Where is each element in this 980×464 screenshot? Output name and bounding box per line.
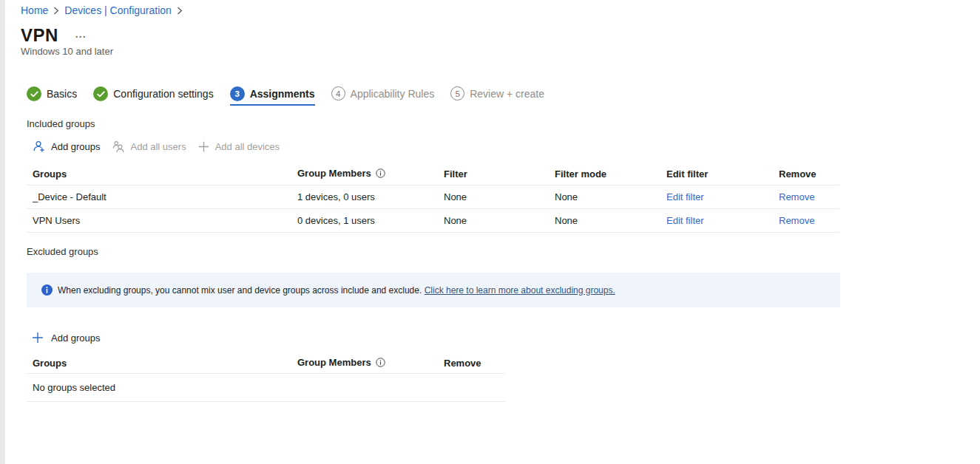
column-header-edit-filter: Edit filter [660, 168, 773, 180]
column-header-filter: Filter [438, 168, 549, 180]
info-filled-icon [41, 284, 53, 296]
table-header-row: Groups Group Members Remove [27, 353, 505, 374]
step-review-create[interactable]: 5 Review + create [450, 86, 544, 106]
step-number-badge: 3 [230, 86, 245, 101]
chevron-right-icon [177, 7, 183, 15]
cell-group-name: _Device - Default [27, 191, 291, 202]
excluded-groups-table: Groups Group Members Remove No groups se… [27, 353, 505, 402]
empty-state-text: No groups selected [27, 382, 291, 393]
step-label: Configuration settings [113, 86, 213, 101]
info-circle-icon[interactable] [376, 169, 385, 180]
button-label: Add all users [131, 141, 186, 152]
step-basics[interactable]: 1 Basics [27, 86, 77, 106]
included-groups-toolbar: Add groups Add all users Add all devices [27, 137, 285, 156]
people-icon [112, 140, 125, 153]
step-number-badge: 5 [450, 86, 464, 100]
breadcrumb-home-link[interactable]: Home [21, 4, 48, 16]
step-applicability-rules[interactable]: 4 Applicability Rules [331, 86, 435, 106]
column-header-groups: Groups [27, 358, 291, 369]
column-header-remove: Remove [773, 168, 839, 180]
blade-edge-strip [0, 0, 5, 464]
add-groups-button[interactable]: Add groups [27, 137, 107, 156]
button-label: Add groups [51, 141, 101, 152]
table-row: VPN Users 0 devices, 1 users None None E… [27, 209, 839, 233]
excluding-groups-learn-more-link[interactable]: Click here to learn more about excluding… [425, 285, 615, 296]
banner-text: When excluding groups, you cannot mix us… [58, 285, 615, 296]
included-groups-label: Included groups [27, 118, 95, 130]
step-complete-icon: 2 [93, 86, 108, 101]
step-label: Basics [47, 86, 77, 101]
button-label: Add groups [51, 332, 101, 344]
excluded-add-groups-button[interactable]: Add groups [27, 330, 101, 345]
add-all-devices-button[interactable]: Add all devices [192, 137, 285, 156]
empty-table-row: No groups selected [27, 374, 505, 402]
step-label: Applicability Rules [351, 86, 435, 101]
cell-group-members: 0 devices, 1 users [291, 215, 438, 226]
edit-filter-link[interactable]: Edit filter [666, 191, 704, 202]
info-circle-icon[interactable] [376, 358, 385, 369]
step-number-badge: 4 [331, 86, 345, 100]
cell-group-name: VPN Users [27, 215, 291, 226]
page-header: VPN ... [21, 25, 87, 45]
person-add-icon [33, 140, 45, 153]
column-header-remove: Remove [438, 358, 505, 369]
plus-icon [198, 141, 209, 152]
wizard-steps: 1 Basics 2 Configuration settings 3 Assi… [27, 86, 561, 106]
column-header-group-members: Group Members [291, 168, 438, 180]
plus-icon [32, 332, 44, 344]
step-configuration-settings[interactable]: 2 Configuration settings [93, 86, 213, 106]
ellipsis-menu-icon[interactable]: ... [75, 29, 87, 39]
cell-filter: None [438, 215, 549, 226]
cell-filter-mode: None [549, 215, 660, 226]
column-header-group-members: Group Members [291, 357, 438, 369]
step-complete-icon: 1 [27, 86, 41, 101]
table-row: _Device - Default 1 devices, 0 users Non… [27, 185, 839, 209]
breadcrumb-devices-configuration-link[interactable]: Devices | Configuration [64, 4, 171, 16]
add-all-users-button[interactable]: Add all users [107, 137, 192, 156]
page-subtitle: Windows 10 and later [21, 46, 113, 58]
step-assignments[interactable]: 3 Assignments [230, 86, 315, 106]
chevron-right-icon [53, 7, 59, 15]
step-label: Assignments [250, 86, 315, 101]
included-groups-table: Groups Group Members Filter Filter mode … [27, 163, 839, 233]
column-header-filter-mode: Filter mode [549, 168, 660, 180]
button-label: Add all devices [215, 141, 280, 152]
remove-link[interactable]: Remove [779, 191, 814, 202]
info-banner: When excluding groups, you cannot mix us… [27, 273, 840, 307]
column-header-groups: Groups [27, 168, 291, 180]
edit-filter-link[interactable]: Edit filter [666, 215, 704, 226]
cell-filter-mode: None [549, 191, 660, 202]
cell-filter: None [438, 191, 549, 202]
cell-group-members: 1 devices, 0 users [291, 191, 438, 202]
table-header-row: Groups Group Members Filter Filter mode … [27, 163, 839, 185]
page-title: VPN [21, 25, 58, 45]
remove-link[interactable]: Remove [779, 215, 814, 226]
excluded-groups-label: Excluded groups [27, 246, 98, 258]
step-label: Review + create [470, 86, 544, 101]
breadcrumb: Home Devices | Configuration [21, 4, 188, 16]
